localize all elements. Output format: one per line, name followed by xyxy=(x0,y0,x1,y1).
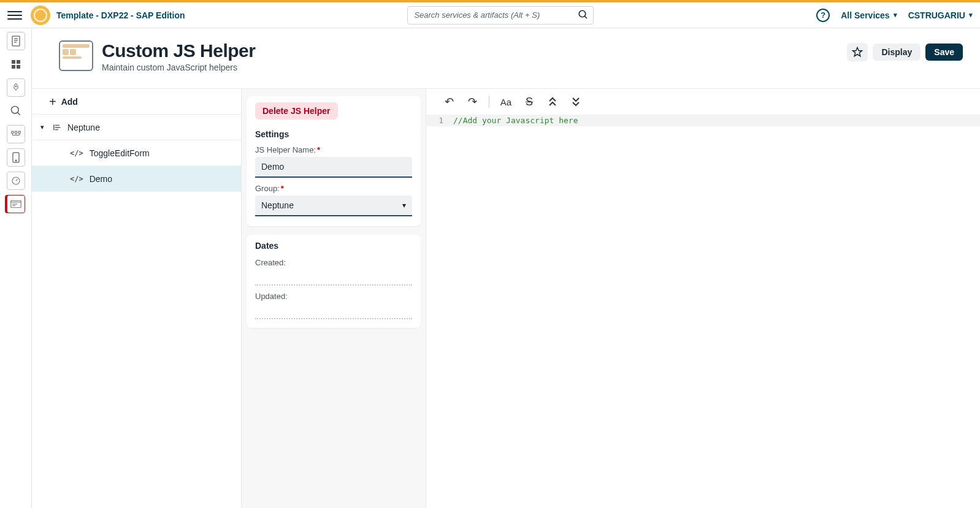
name-label: JS Helper Name:* xyxy=(255,145,412,154)
updated-label: Updated: xyxy=(247,286,421,312)
display-button[interactable]: Display xyxy=(873,44,921,61)
logo-icon[interactable] xyxy=(31,6,50,25)
rail-editor-icon[interactable] xyxy=(7,195,25,213)
tree-item-label: ToggleEditForm xyxy=(90,148,150,158)
rail-gauge-icon[interactable] xyxy=(7,172,25,190)
topbar: Template - DXP22 - SAP Edition ? All Ser… xyxy=(0,2,980,28)
tree-panel: + Add ▾ Neptune </> ToggleEditForm </> D… xyxy=(32,89,242,508)
strikethrough-icon[interactable]: S xyxy=(519,93,540,111)
tree-item[interactable]: </> ToggleEditForm xyxy=(32,140,241,166)
line-number: 1 xyxy=(426,115,448,126)
svg-point-0 xyxy=(580,10,586,17)
expand-icon[interactable] xyxy=(565,93,586,111)
group-select[interactable]: Neptune ▾ xyxy=(255,195,412,216)
rail-rocket-icon[interactable] xyxy=(7,78,25,97)
app-title: Template - DXP22 - SAP Edition xyxy=(56,10,185,20)
favorite-button[interactable] xyxy=(847,43,868,61)
editor-panel: ↶ ↷ Aa S 1 //Add your Javascript here xyxy=(426,89,980,508)
svg-rect-10 xyxy=(15,131,17,133)
add-button[interactable]: + Add xyxy=(32,89,241,115)
separator xyxy=(489,96,489,108)
svg-marker-24 xyxy=(853,48,862,56)
search-wrap xyxy=(407,6,594,25)
chevron-down-icon: ▾ xyxy=(969,11,973,19)
dates-heading: Dates xyxy=(247,235,421,252)
name-input[interactable] xyxy=(255,157,412,178)
chevron-down-icon: ▾ xyxy=(402,201,406,210)
rail-workflow-icon[interactable] xyxy=(7,125,25,143)
svg-rect-9 xyxy=(11,131,13,133)
editor-toolbar: ↶ ↷ Aa S xyxy=(426,89,980,115)
save-button[interactable]: Save xyxy=(925,44,963,61)
username-label: CSTRUGARIU xyxy=(908,10,965,20)
font-size-icon[interactable]: Aa xyxy=(496,93,516,111)
tree-item[interactable]: </> Demo xyxy=(32,166,241,192)
svg-point-17 xyxy=(15,160,17,161)
code-icon: </> xyxy=(70,175,83,183)
svg-rect-11 xyxy=(18,131,20,133)
page-subtitle: Maintain custom JavaScript helpers xyxy=(102,63,255,72)
form-panel: Delete JS Helper Settings JS Helper Name… xyxy=(242,89,426,508)
tree-group-label: Neptune xyxy=(67,123,100,132)
rail-grid-icon[interactable] xyxy=(7,55,25,74)
settings-heading: Settings xyxy=(247,123,421,140)
chevron-down-icon: ▾ xyxy=(894,11,897,19)
delete-button[interactable]: Delete JS Helper xyxy=(255,102,338,119)
list-icon xyxy=(53,123,63,132)
code-editor[interactable]: 1 //Add your Javascript here xyxy=(426,115,980,126)
rail-device-icon[interactable] xyxy=(7,148,25,167)
svg-rect-2 xyxy=(12,36,20,46)
side-rail xyxy=(0,28,32,508)
code-icon: </> xyxy=(70,149,83,157)
all-services-label: All Services xyxy=(841,10,889,20)
page-title: Custom JS Helper xyxy=(102,40,255,61)
help-icon[interactable]: ? xyxy=(816,9,830,22)
all-services-menu[interactable]: All Services ▾ xyxy=(841,10,897,20)
page-icon xyxy=(59,40,93,71)
group-label: Group:* xyxy=(255,184,412,193)
code-line: //Add your Javascript here xyxy=(448,115,980,126)
svg-line-8 xyxy=(17,113,20,115)
group-value: Neptune xyxy=(261,200,294,210)
rail-search-icon[interactable] xyxy=(7,102,25,120)
page-header: Custom JS Helper Maintain custom JavaScr… xyxy=(32,28,980,88)
add-label: Add xyxy=(61,97,78,107)
undo-icon[interactable]: ↶ xyxy=(438,93,459,111)
created-label: Created: xyxy=(247,252,421,278)
menu-icon[interactable] xyxy=(7,8,22,23)
search-icon[interactable] xyxy=(578,9,589,20)
collapse-icon[interactable] xyxy=(542,93,563,111)
svg-point-6 xyxy=(15,86,17,87)
redo-icon[interactable]: ↷ xyxy=(462,93,483,111)
tree-item-label: Demo xyxy=(90,174,112,184)
rail-document-icon[interactable] xyxy=(7,32,25,50)
svg-line-19 xyxy=(16,179,18,181)
svg-line-1 xyxy=(585,16,588,18)
divider xyxy=(255,318,412,319)
chevron-down-icon: ▾ xyxy=(40,123,44,131)
search-input[interactable] xyxy=(407,6,594,25)
svg-point-7 xyxy=(11,107,18,114)
user-menu[interactable]: CSTRUGARIU ▾ xyxy=(908,10,973,20)
tree-group[interactable]: ▾ Neptune xyxy=(32,115,241,140)
plus-icon: + xyxy=(49,96,56,108)
